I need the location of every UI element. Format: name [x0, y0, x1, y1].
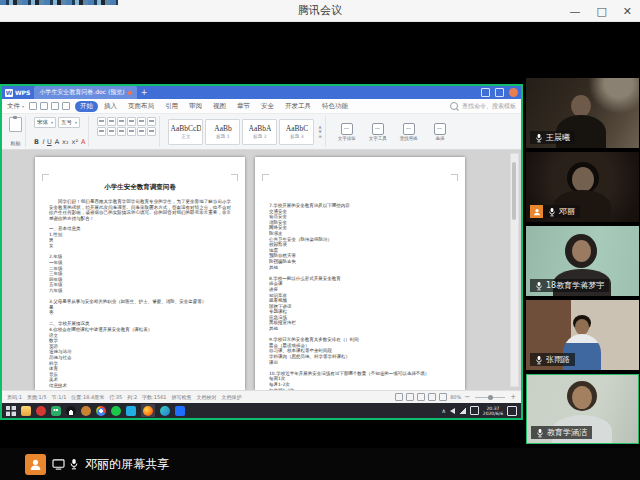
undo-icon[interactable] — [51, 102, 59, 110]
ribbon-tab[interactable]: 页面布局 — [123, 101, 159, 112]
qq-icon[interactable] — [66, 406, 76, 416]
bilibili-icon[interactable] — [126, 406, 136, 416]
read-view-icon[interactable] — [406, 393, 414, 401]
ribbon-tab[interactable]: 章节 — [232, 101, 255, 112]
wps-layout-icon[interactable] — [481, 88, 490, 97]
firefox-active-slot[interactable] — [141, 404, 155, 417]
bullets-icon[interactable] — [97, 117, 106, 126]
participant-tile[interactable]: 18教育学蒋梦宇 — [526, 226, 639, 296]
zoom-in-button[interactable]: + — [510, 394, 516, 401]
justify-icon[interactable] — [107, 127, 116, 136]
ribbon-tool-icon — [372, 123, 384, 135]
align-right-icon[interactable] — [97, 127, 106, 136]
sort-icon[interactable] — [147, 127, 156, 136]
netease-music-icon[interactable] — [36, 406, 46, 416]
scrollbar-thumb[interactable] — [512, 162, 516, 220]
shared-screen[interactable]: W WPS 小学生安全教育问卷.doc (预览) + 文件▾ — [0, 84, 523, 420]
style-card[interactable]: AaBbC 标题 3 — [279, 119, 314, 145]
outdent-icon[interactable] — [117, 117, 126, 126]
participant-tile[interactable]: 张雨路 — [526, 300, 639, 370]
ribbon-tab[interactable]: 插入 — [99, 101, 122, 112]
paste-icon[interactable] — [9, 117, 22, 132]
firefox-icon[interactable] — [143, 406, 153, 416]
file-explorer-icon[interactable] — [21, 406, 31, 416]
participant-tile[interactable]: 邓丽 — [526, 152, 639, 222]
search-hint[interactable]: 查找命令、搜索模板 — [462, 102, 516, 111]
ribbon-tab[interactable]: 安全 — [256, 101, 279, 112]
font-color-button[interactable]: A — [81, 138, 85, 146]
subscript-button[interactable]: x₂ — [62, 138, 68, 146]
ribbon-tool[interactable]: 文字排版 — [334, 123, 360, 141]
redo-icon[interactable] — [62, 102, 70, 110]
indent-icon[interactable] — [127, 117, 136, 126]
save-icon[interactable] — [29, 102, 37, 110]
zoom-slider[interactable] — [475, 397, 505, 398]
superscript-button[interactable]: x² — [72, 138, 78, 146]
participant-tile-active-speaker[interactable]: 教育学涵洁 — [526, 374, 639, 444]
action-center-icon[interactable] — [507, 406, 517, 416]
file-menu[interactable]: 文件▾ — [7, 102, 24, 111]
borders-icon[interactable] — [137, 127, 146, 136]
start-button-icon[interactable] — [6, 406, 16, 416]
zoom-level[interactable]: 80% — [450, 394, 461, 400]
line-spacing-icon[interactable] — [117, 127, 126, 136]
tencent-meeting-taskbar-icon[interactable] — [175, 406, 185, 416]
ribbon-tool[interactable]: 查找替换 — [396, 123, 422, 141]
vertical-scrollbar[interactable] — [510, 153, 519, 387]
italic-button[interactable]: I — [42, 138, 44, 146]
ribbon-tab[interactable]: 特色功能 — [317, 101, 353, 112]
minimize-button[interactable]: — — [569, 5, 580, 18]
document-page-1[interactable]: 小学生安全教育调查问卷 同学们好！我们是西南大学教育学部学前教育专业的学生，为了… — [35, 157, 245, 390]
quick-access-toolbar[interactable] — [29, 102, 70, 110]
bold-button[interactable]: B — [34, 138, 39, 146]
document-tab[interactable]: 小学生安全教育问卷.doc (预览) — [34, 86, 136, 99]
new-tab-button[interactable]: + — [141, 88, 148, 97]
ribbon-tab[interactable]: 引用 — [160, 101, 183, 112]
write-view-icon[interactable] — [417, 393, 425, 401]
web-view-icon[interactable] — [439, 393, 447, 401]
ribbon-tab[interactable]: 视图 — [208, 101, 231, 112]
volume-icon[interactable] — [450, 408, 455, 414]
search-icon[interactable] — [450, 102, 458, 110]
style-card[interactable]: AaBbA 标题 2 — [242, 119, 277, 145]
tray-expand-icon[interactable]: ∧ — [441, 408, 445, 414]
styles-scroll-arrows[interactable]: ▲▼≡ — [318, 125, 321, 139]
participant-tile[interactable]: 王晨曦 — [526, 78, 639, 148]
underline-button[interactable]: U — [47, 138, 52, 146]
font-size-select[interactable]: 五号▾ — [58, 117, 80, 128]
paste-label[interactable]: 粘贴 — [9, 140, 22, 146]
align-center-icon[interactable] — [147, 117, 156, 126]
input-method-icon[interactable] — [470, 406, 479, 415]
paragraph-buttons[interactable] — [97, 117, 156, 136]
zoom-slider-knob[interactable] — [488, 395, 493, 400]
wps-account-avatar[interactable] — [509, 88, 518, 97]
ribbon-tab[interactable]: 开发工具 — [280, 101, 316, 112]
strikethrough-button[interactable]: A̶ — [55, 138, 59, 146]
chrome-icon[interactable] — [96, 406, 106, 416]
wechat-icon[interactable] — [51, 406, 61, 416]
style-card[interactable]: AaBb 标题 1 — [205, 119, 240, 145]
network-icon[interactable] — [459, 408, 466, 414]
numbering-icon[interactable] — [107, 117, 116, 126]
align-left-icon[interactable] — [137, 117, 146, 126]
print-icon[interactable] — [40, 102, 48, 110]
style-card[interactable]: AaBbCcDd 正文 — [168, 119, 203, 145]
maximize-button[interactable]: □ — [596, 5, 606, 18]
ribbon-tab[interactable]: 审阅 — [184, 101, 207, 112]
edge-icon[interactable] — [160, 406, 170, 416]
shading-icon[interactable] — [127, 127, 136, 136]
zoom-out-button[interactable]: − — [464, 394, 470, 401]
close-button[interactable]: ✕ — [623, 5, 632, 18]
outline-view-icon[interactable] — [428, 393, 436, 401]
ribbon-tab[interactable]: 开始 — [75, 101, 98, 112]
ribbon-tool[interactable]: 文字工具 — [365, 123, 391, 141]
document-canvas[interactable]: 小学生安全教育调查问卷 同学们好！我们是西南大学教育学部学前教育专业的学生，为了… — [2, 150, 521, 390]
document-page-2[interactable]: 7.学校开展的安全教育涉及以下哪些内容交通安全食品安全消防安全网络安全防溺水公共… — [255, 157, 465, 390]
app-orange-icon[interactable] — [81, 406, 91, 416]
iqiyi-icon[interactable] — [111, 406, 121, 416]
ribbon-tool[interactable]: 选择 — [427, 123, 453, 141]
clock[interactable]: 20:37 2020/6/6 — [483, 406, 503, 416]
fullscreen-view-icon[interactable] — [395, 393, 403, 401]
wps-minimize-icon[interactable] — [495, 88, 504, 97]
font-name-select[interactable]: 宋体▾ — [34, 117, 56, 128]
